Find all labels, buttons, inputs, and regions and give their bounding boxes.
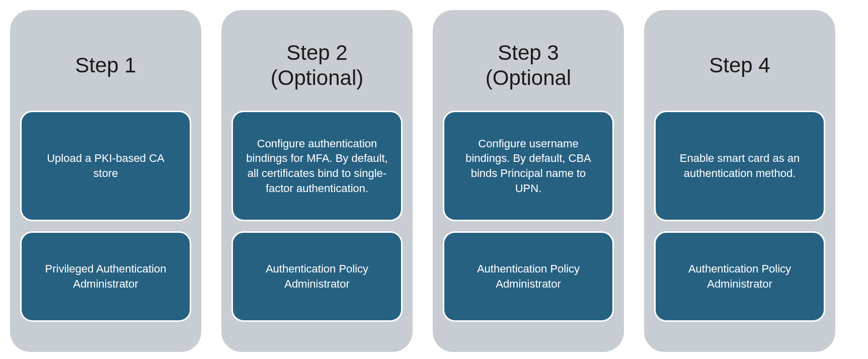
step-2-card: Step 2 (Optional) Configure authenticati…: [221, 10, 413, 352]
step-4-description: Enable smart card as an authentication m…: [654, 111, 825, 221]
step-1-title: Step 1: [20, 20, 191, 111]
step-3-title: Step 3 (Optional: [443, 20, 614, 111]
step-1-card: Step 1 Upload a PKI-based CA store Privi…: [10, 10, 201, 352]
steps-diagram: Step 1 Upload a PKI-based CA store Privi…: [10, 10, 858, 352]
step-4-role: Authentication Policy Administrator: [654, 231, 825, 322]
step-3-description: Configure username bindings. By default,…: [443, 111, 614, 221]
step-1-role: Privileged Authentication Administrator: [20, 231, 191, 322]
step-1-description: Upload a PKI-based CA store: [20, 111, 191, 221]
step-2-title: Step 2 (Optional): [231, 20, 403, 111]
step-2-role: Authentication Policy Administrator: [231, 231, 403, 322]
step-2-description: Configure authentication bindings for MF…: [231, 111, 403, 221]
step-3-role: Authentication Policy Administrator: [443, 231, 614, 322]
step-4-card: Step 4 Enable smart card as an authentic…: [644, 10, 835, 352]
step-4-title: Step 4: [654, 20, 825, 111]
step-3-card: Step 3 (Optional Configure username bind…: [433, 10, 624, 352]
